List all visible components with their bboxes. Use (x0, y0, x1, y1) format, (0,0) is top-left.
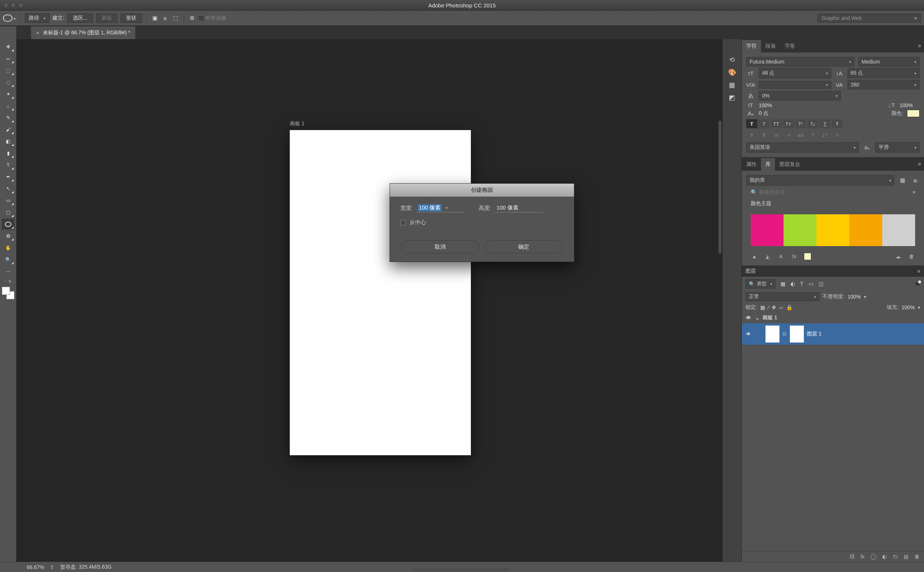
mask-link-icon[interactable]: ⛓ (782, 331, 787, 337)
brush-tool[interactable]: 🖌 (2, 124, 14, 135)
visibility-toggle[interactable]: 👁 (745, 315, 752, 321)
strikethrough-button[interactable]: Ŧ (832, 119, 843, 128)
ot-ordinal[interactable]: T (807, 131, 818, 139)
italic-button[interactable]: T (758, 119, 770, 128)
link-layers-icon[interactable]: ⛓ (849, 553, 854, 560)
leading-select[interactable]: 65 点 (848, 68, 920, 78)
gradient-tool[interactable]: ▮ (2, 148, 14, 159)
foreground-color[interactable] (2, 287, 10, 295)
underline-button[interactable]: T (820, 119, 831, 128)
lib-cloud-icon[interactable]: ☁ (894, 253, 902, 260)
lib-grid-view-icon[interactable]: ▦ (898, 177, 907, 183)
custom-shape-tool[interactable]: ✿ (2, 230, 14, 241)
ot-titling[interactable]: ad (795, 131, 806, 139)
align-edges-checkbox[interactable] (199, 16, 204, 21)
add-brush-icon[interactable]: ◭ (764, 253, 772, 260)
ot-1st[interactable]: 1ˢᵗ (820, 131, 831, 139)
artboard-1[interactable] (290, 130, 471, 455)
language-select[interactable]: 美国英语 (746, 142, 859, 152)
artboard-label[interactable]: 画板 1 (290, 120, 305, 127)
marquee-tool[interactable]: ⬚ (2, 65, 14, 76)
foreground-background-swatch[interactable] (2, 287, 14, 299)
baseline-input[interactable]: 0 点 (759, 110, 779, 117)
tab-character[interactable]: 字符 (742, 40, 761, 53)
panel-menu-icon[interactable]: ≡ (918, 43, 921, 49)
rounded-rect-tool[interactable]: ▢ (2, 207, 14, 218)
text-color-swatch[interactable] (907, 110, 919, 117)
filter-type-icon[interactable]: T (800, 281, 804, 287)
group-icon[interactable]: 🗀 (893, 553, 898, 560)
shape-mode-select[interactable]: 路径 (25, 13, 50, 23)
styles-icon[interactable]: ◩ (727, 92, 737, 103)
hscale-input[interactable]: 100% (900, 103, 919, 108)
allcaps-button[interactable]: TT (771, 119, 782, 128)
filter-shape-icon[interactable]: ▭ (809, 281, 814, 287)
color-icon[interactable]: 🎨 (727, 67, 737, 78)
bold-button[interactable]: T (746, 119, 757, 128)
from-center-checkbox[interactable] (400, 220, 406, 225)
toolbox-aux[interactable]: ▫↻ (5, 279, 11, 283)
tab-libraries[interactable]: 库 (761, 158, 775, 171)
type-tool[interactable]: T (2, 160, 14, 170)
ok-button[interactable]: 确定 (485, 240, 563, 253)
cancel-button[interactable]: 取消 (401, 240, 479, 253)
mask-icon[interactable]: ◯ (870, 553, 876, 560)
tool-preset-picker[interactable] (3, 14, 16, 22)
swatch-1[interactable] (751, 214, 784, 246)
path-arrange-icon[interactable]: ⬚ (172, 14, 179, 22)
ot-fi[interactable]: fi (746, 131, 757, 139)
filter-toggle[interactable] (915, 281, 920, 286)
vscale-input[interactable]: 100% (759, 103, 779, 108)
move-tool[interactable]: ✥ (2, 41, 14, 52)
fx-icon[interactable]: fx (860, 553, 865, 560)
add-graphic-icon[interactable]: ▲ (751, 253, 758, 260)
lock-brush-icon[interactable]: ∕ (768, 305, 769, 310)
ot-st[interactable]: st (771, 131, 782, 139)
canvas-scrollbar-v[interactable] (719, 120, 722, 253)
tab-paragraph[interactable]: 段落 (761, 40, 780, 53)
workspace-preset-select[interactable]: Graphic and Web (818, 14, 921, 23)
lib-list-view-icon[interactable]: ≣ (911, 177, 919, 183)
path-align-icon[interactable]: ≡ (162, 14, 169, 22)
kerning-select[interactable] (759, 81, 831, 89)
eraser-tool[interactable]: ◧ (2, 136, 14, 147)
artboard-layer-row[interactable]: 👁 ⌄ 画板 1 (742, 312, 924, 323)
layer-thumbnail[interactable] (765, 326, 779, 342)
opacity-value[interactable]: 100% (848, 294, 861, 300)
ot-fraction[interactable]: ½ (832, 131, 843, 139)
eyedropper-tool[interactable]: ✎ (2, 112, 14, 123)
swatches-icon[interactable]: ▦ (727, 80, 737, 90)
canvas-scrollbar-h[interactable] (414, 568, 510, 571)
width-input[interactable]: 100 像素 (417, 204, 465, 213)
artboard-tool[interactable]: ▱ (2, 53, 14, 64)
swatch-2[interactable] (784, 214, 817, 246)
tracking-select[interactable]: 280 (848, 80, 920, 89)
height-input[interactable]: 100 像素 (495, 204, 543, 213)
adjustment-icon[interactable]: ◐ (882, 553, 887, 560)
lib-panel-menu-icon[interactable]: ≡ (918, 161, 921, 167)
ellipse-tool[interactable] (2, 219, 14, 230)
filter-adjust-icon[interactable]: ◐ (790, 281, 795, 287)
tab-layer-comps[interactable]: 图层复合 (775, 158, 804, 171)
close-tab-icon[interactable]: × (36, 30, 39, 36)
color-theme-swatches[interactable] (751, 214, 915, 246)
path-ops-icon[interactable]: ▣ (151, 14, 159, 22)
lock-all-icon[interactable]: 🔒 (786, 305, 792, 310)
new-layer-icon[interactable]: ▤ (904, 553, 908, 560)
tab-properties[interactable]: 属性 (742, 158, 761, 171)
hand-tool[interactable]: ✋ (2, 242, 14, 253)
document-tab[interactable]: × 未标题-1 @ 66.7% (图层 1, RGB/8#) * (31, 26, 135, 39)
make-shape-button[interactable]: 形状 (120, 13, 142, 23)
library-search[interactable]: 🔍 ▾ (746, 187, 919, 197)
library-search-input[interactable] (759, 189, 910, 195)
filter-pixel-icon[interactable]: ▦ (781, 281, 786, 287)
lock-artboard-icon[interactable]: ▱ (779, 305, 783, 310)
crop-tool[interactable]: ⟂ (2, 101, 14, 111)
quick-select-tool[interactable]: ✦ (2, 89, 14, 99)
swatch-4[interactable] (849, 214, 882, 246)
chevron-down-icon[interactable]: ⌄ (755, 315, 759, 321)
superscript-button[interactable]: T¹ (795, 119, 806, 128)
layer-filter-select[interactable]: 🔍 类型 (745, 279, 775, 289)
mask-thumbnail[interactable] (790, 326, 804, 342)
edit-toolbar[interactable]: ⋯ (2, 266, 14, 277)
